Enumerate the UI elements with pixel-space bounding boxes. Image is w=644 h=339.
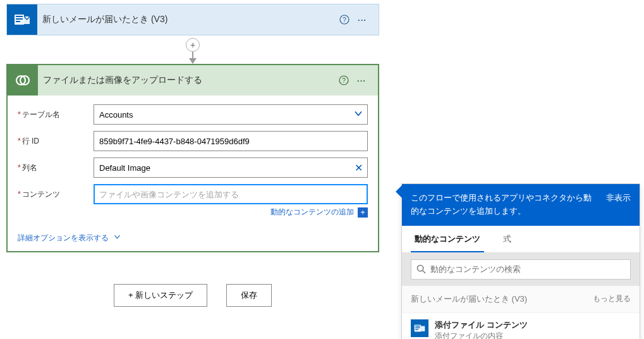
dyn-item-desc: 添付ファイルの内容 bbox=[435, 331, 528, 339]
help-icon[interactable]: ? bbox=[335, 71, 353, 89]
help-icon[interactable]: ? bbox=[336, 11, 353, 28]
chevron-down-icon[interactable] bbox=[354, 109, 363, 120]
outlook-icon bbox=[411, 319, 428, 337]
chevron-down-icon bbox=[114, 233, 121, 242]
add-dynamic-content-link[interactable]: 動的なコンテンツの追加 bbox=[270, 207, 354, 218]
svg-text:?: ? bbox=[343, 16, 346, 23]
more-icon[interactable]: ··· bbox=[353, 71, 370, 89]
insert-step-button[interactable]: + bbox=[186, 38, 200, 52]
see-more-link[interactable]: もっと見る bbox=[593, 293, 631, 304]
clear-icon[interactable]: ✕ bbox=[355, 162, 363, 174]
dynamic-content-panel: このフローで使用されるアプリやコネクタから動的なコンテンツを追加します。 非表示… bbox=[401, 183, 640, 339]
trigger-title: 新しいメールが届いたとき (V3) bbox=[37, 14, 336, 25]
action-body: テーブル名 行 ID 列名 ✕ コンテンツ bbox=[8, 96, 378, 230]
action-header[interactable]: ファイルまたは画像をアップロードする ? ··· bbox=[8, 65, 378, 96]
svg-line-11 bbox=[423, 270, 425, 273]
plus-icon[interactable]: + bbox=[358, 207, 368, 218]
save-button[interactable]: 保存 bbox=[226, 284, 272, 307]
content-input[interactable] bbox=[94, 184, 368, 204]
new-step-button[interactable]: + 新しいステップ bbox=[114, 284, 207, 307]
trigger-card[interactable]: 新しいメールが届いたとき (V3) ? ··· bbox=[6, 4, 379, 35]
table-select[interactable] bbox=[94, 104, 368, 125]
tab-dynamic-content[interactable]: 動的なコンテンツ bbox=[411, 226, 484, 252]
svg-rect-2 bbox=[16, 18, 23, 20]
search-icon bbox=[416, 264, 426, 276]
dyn-section-header: 新しいメールが届いたとき (V3) もっと見る bbox=[402, 286, 640, 313]
more-icon[interactable]: ··· bbox=[353, 11, 371, 28]
action-card: ファイルまたは画像をアップロードする ? ··· テーブル名 行 ID 列名 bbox=[6, 64, 379, 252]
svg-rect-1 bbox=[16, 16, 23, 17]
svg-rect-15 bbox=[415, 329, 418, 330]
hide-link[interactable]: 非表示 bbox=[606, 192, 631, 218]
dyn-panel-header: このフローで使用されるアプリやコネクタから動的なコンテンツを追加します。 非表示 bbox=[402, 184, 640, 226]
footer-buttons: + 新しいステップ 保存 bbox=[6, 284, 379, 307]
svg-rect-3 bbox=[16, 21, 20, 22]
label-content: コンテンツ bbox=[18, 189, 94, 200]
dyn-tabs: 動的なコンテンツ 式 bbox=[402, 226, 640, 253]
rowid-input[interactable] bbox=[94, 131, 368, 151]
svg-point-10 bbox=[417, 265, 423, 271]
label-table: テーブル名 bbox=[18, 109, 94, 120]
callout-arrow-icon bbox=[396, 185, 402, 198]
action-title: ファイルまたは画像をアップロードする bbox=[38, 75, 335, 86]
dyn-item-title: 添付ファイル コンテンツ bbox=[435, 319, 528, 331]
dyn-search-input[interactable] bbox=[411, 259, 631, 280]
tab-expression[interactable]: 式 bbox=[499, 226, 515, 252]
show-advanced-link[interactable]: 詳細オプションを表示する bbox=[18, 233, 109, 242]
outlook-icon bbox=[7, 4, 37, 35]
svg-rect-13 bbox=[415, 325, 420, 326]
trigger-header: 新しいメールが届いたとき (V3) ? ··· bbox=[7, 4, 379, 35]
svg-text:?: ? bbox=[342, 77, 346, 84]
column-input[interactable] bbox=[94, 157, 368, 178]
svg-rect-14 bbox=[415, 327, 420, 328]
dyn-item-attachment-content[interactable]: 添付ファイル コンテンツ 添付ファイルの内容 bbox=[402, 313, 640, 339]
label-column: 列名 bbox=[18, 163, 94, 173]
arrow-down-icon bbox=[189, 58, 197, 64]
connector: + bbox=[6, 35, 379, 64]
label-rowid: 行 ID bbox=[18, 136, 94, 147]
dataverse-icon bbox=[8, 65, 38, 96]
